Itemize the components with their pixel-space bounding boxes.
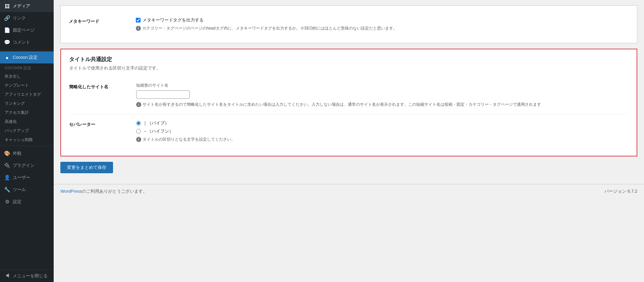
sidebar-item-label: プラグイン <box>13 162 35 169</box>
settings-icon: ⚙ <box>4 199 10 205</box>
footer-version: バージョン 6.7.2 <box>604 188 637 194</box>
link-icon: 🔗 <box>4 15 10 21</box>
cocoon-sub-section-label: Cocoon 設定 <box>0 63 54 72</box>
title-settings-heading: タイトル共通設定 <box>69 56 629 63</box>
info-icon: i <box>136 26 141 31</box>
sidebar-item-label: コメント <box>13 39 30 45</box>
simplified-name-row: 簡略化したサイト名 短縮形のサイト名 i サイト名が長すぎるので簡略化したサイト… <box>69 77 629 114</box>
sidebar-close-label: メニューを閉じる <box>13 273 48 279</box>
simplified-name-hint: i サイト名が長すぎるので簡略化したサイト名をタイトルに含めたい場合は入力してく… <box>136 101 629 108</box>
sidebar-item-label: Cocoon 設定 <box>13 54 38 60</box>
meta-keyword-hint: i カテゴリー・タグページのページのheadタグ内に、メタキーワードタグを出力す… <box>136 25 629 32</box>
sidebar-item-label: 設定 <box>13 199 21 205</box>
sidebar-item-plugins[interactable]: 🔌 プラグイン <box>0 159 54 172</box>
meta-keyword-label: メタキーワード <box>69 17 136 25</box>
simplified-name-input[interactable] <box>136 90 190 99</box>
title-settings-desc: タイトルで使用される区切り文字の設定です。 <box>69 65 629 71</box>
separator-hyphen-row: －（ハイフン） <box>136 128 629 134</box>
media-icon: 🖼 <box>4 3 10 9</box>
separator-label: セパレーター <box>69 120 136 128</box>
save-button[interactable]: 変更をまとめて保存 <box>60 162 113 173</box>
sidebar-sub-affiliate[interactable]: アフィリエイトタグ <box>0 90 54 99</box>
meta-keyword-row: メタキーワード メタキーワードタグを出力する i カテゴリー・タグページのページ… <box>69 11 629 38</box>
tools-icon: 🔧 <box>4 187 10 193</box>
simplified-name-sub-label: 短縮形のサイト名 <box>136 83 629 88</box>
sidebar-sub-template[interactable]: テンプレート <box>0 81 54 90</box>
sidebar-item-media[interactable]: 🖼 メディア <box>0 0 54 12</box>
sidebar-item-links[interactable]: 🔗 リンク <box>0 12 54 24</box>
sidebar-item-label: 外観 <box>13 150 21 156</box>
meta-keyword-checkbox[interactable] <box>136 18 141 22</box>
title-settings-card: タイトル共通設定 タイトルで使用される区切り文字の設定です。 簡略化したサイト名… <box>60 49 637 156</box>
separator-pipe-row: ｜（パイプ） <box>136 120 629 126</box>
page-icon: 📄 <box>4 27 10 33</box>
sidebar-divider-2 <box>0 146 54 146</box>
sidebar-close-section: ◀ メニューを閉じる <box>0 269 54 282</box>
separator-hint: i タイトルの区切りとなる文字を設定してください。 <box>136 136 629 143</box>
meta-keyword-checkbox-label[interactable]: メタキーワードタグを出力する <box>143 17 204 23</box>
content-area: メタキーワード メタキーワードタグを出力する i カテゴリー・タグページのページ… <box>54 0 644 184</box>
sidebar-item-pages[interactable]: 📄 固定ページ <box>0 24 54 36</box>
sidebar-item-tools[interactable]: 🔧 ツール <box>0 184 54 196</box>
wordpress-link[interactable]: WordPress <box>60 189 82 194</box>
meta-keyword-checkbox-row: メタキーワードタグを出力する <box>136 17 629 23</box>
sidebar-divider <box>0 50 54 50</box>
close-menu-icon: ◀ <box>4 273 10 279</box>
simplified-name-field: 短縮形のサイト名 i サイト名が長すぎるので簡略化したサイト名をタイトルに含めた… <box>136 83 629 108</box>
sidebar-close-button[interactable]: ◀ メニューを閉じる <box>0 270 54 282</box>
sidebar-sub-cache[interactable]: キャッシュ削除 <box>0 135 54 144</box>
sidebar-item-label: ユーザー <box>13 175 30 181</box>
sidebar-item-label: 固定ページ <box>13 27 35 33</box>
wp-footer: WordPressのご利用ありがとうございます。 バージョン 6.7.2 <box>54 184 644 198</box>
sidebar-item-label: リンク <box>13 15 26 21</box>
simplified-name-label: 簡略化したサイト名 <box>69 83 136 90</box>
footer-thanks-text: のご利用ありがとうございます。 <box>82 189 147 194</box>
separator-pipe-radio[interactable] <box>136 121 141 126</box>
sidebar-sub-fukidashi[interactable]: 吹き出し <box>0 72 54 81</box>
meta-keyword-card: メタキーワード メタキーワードタグを出力する i カテゴリー・タグページのページ… <box>60 5 637 43</box>
separator-hyphen-radio[interactable] <box>136 129 141 134</box>
sidebar: 🖼 メディア 🔗 リンク 📄 固定ページ 💬 コメント ● Cocoon 設定 … <box>0 0 54 282</box>
sidebar-item-appearance[interactable]: 🎨 外観 <box>0 147 54 159</box>
info-icon-2: i <box>136 102 141 107</box>
separator-row: セパレーター ｜（パイプ） －（ハイフン） i タイトルの区切りとなる文字を設定… <box>69 114 629 149</box>
sidebar-sub-backup[interactable]: バックアップ <box>0 126 54 135</box>
sidebar-item-settings[interactable]: ⚙ 設定 <box>0 196 54 208</box>
save-button-container: 変更をまとめて保存 <box>60 162 637 173</box>
comment-icon: 💬 <box>4 39 10 45</box>
plugin-icon: 🔌 <box>4 162 10 169</box>
sidebar-sub-access[interactable]: アクセス集計 <box>0 108 54 117</box>
cocoon-icon: ● <box>4 55 10 60</box>
sidebar-sub-ranking[interactable]: ランキング <box>0 99 54 108</box>
sidebar-item-users[interactable]: 👤 ユーザー <box>0 172 54 184</box>
main-content: メタキーワード メタキーワードタグを出力する i カテゴリー・タグページのページ… <box>54 0 644 282</box>
info-icon-3: i <box>136 137 141 142</box>
footer-thanks: WordPressのご利用ありがとうございます。 <box>60 188 147 194</box>
sidebar-item-comments[interactable]: 💬 コメント <box>0 36 54 48</box>
meta-keyword-field: メタキーワードタグを出力する i カテゴリー・タグページのページのheadタグ内… <box>136 17 629 32</box>
sidebar-item-label: メディア <box>13 3 30 9</box>
separator-hyphen-label[interactable]: －（ハイフン） <box>143 128 173 134</box>
sidebar-item-label: ツール <box>13 187 26 193</box>
appearance-icon: 🎨 <box>4 150 10 156</box>
sidebar-sub-speed[interactable]: 高速化 <box>0 117 54 126</box>
sidebar-item-cocoon[interactable]: ● Cocoon 設定 <box>0 51 54 63</box>
separator-pipe-label[interactable]: ｜（パイプ） <box>143 120 169 126</box>
user-icon: 👤 <box>4 175 10 181</box>
separator-field: ｜（パイプ） －（ハイフン） i タイトルの区切りとなる文字を設定してください。 <box>136 120 629 143</box>
